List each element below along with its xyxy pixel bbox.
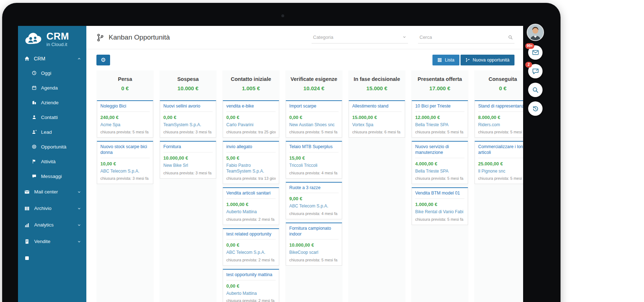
chat-icon (532, 68, 539, 74)
card-company: Riders.com (478, 122, 523, 128)
opportunity-card[interactable]: test related opportunity 0,00 € ABC Tele… (223, 228, 279, 266)
gear-icon: ⚙ (101, 57, 106, 63)
card-closing: chiusura prevista: 2 mesi fa (226, 258, 276, 262)
card-value: 0,00 € (226, 115, 276, 120)
opportunity-card[interactable]: Telaio MTB Superplus 15,00 € Triccoli Tr… (286, 141, 342, 178)
card-closing: chiusura prevista: 5 mesi fa (478, 176, 523, 180)
new-opportunity-button[interactable]: Nuova opportunità (461, 55, 514, 65)
mail-button[interactable]: 99+ (528, 45, 543, 60)
opportunity-card[interactable]: Vendita articoli sanitari 1.000,00 € Aub… (223, 187, 279, 225)
opportunity-card[interactable]: Fornitura campionato indoor 10.000,00 € … (286, 223, 342, 266)
sidebar-item-messaggi[interactable]: Messaggi (18, 169, 86, 184)
sidebar-section-crm[interactable]: CRM (18, 51, 86, 66)
opportunity-card[interactable]: Vendita BTM model 01 1.000,00 € Bike Ren… (412, 187, 468, 225)
sidebar-section-mail-center[interactable]: Mail center (18, 184, 86, 200)
column-total: 10.024 € (285, 85, 343, 91)
card-company: ABC Telecom S.p.A. (289, 203, 339, 209)
history-icon (532, 105, 539, 112)
card-company: Bike Rental di Vanio Fabi (415, 209, 464, 215)
sidebar-item-aziende[interactable]: Aziende (18, 95, 86, 110)
settings-button[interactable]: ⚙ (96, 55, 110, 65)
sidebar-item-oggi[interactable]: Oggi (18, 66, 86, 81)
card-closing: chiusura prevista: 6 mesi fa (352, 130, 402, 134)
messages-icon (32, 174, 37, 179)
card-closing: chiusura prevista: 5 mesi fa (100, 130, 150, 134)
sidebar-nav: CRM Oggi (18, 51, 86, 302)
column-cards: Allestimento stand 15.000,00 € Vortex Sp… (348, 100, 405, 138)
opportunity-card[interactable]: Nuovo servizio di manutenzione 4.000,00 … (412, 141, 468, 184)
opportunity-card[interactable]: invio allegato 5,00 € Fabio Pastro TeamS… (223, 141, 279, 184)
app-screen: CRM in Cloud.it CRM (18, 26, 523, 302)
list-view-button[interactable]: Lista (432, 55, 459, 65)
card-closing: chiusura prevista: tra 13 giorni (226, 176, 276, 180)
card-company: Auberto Mattina (226, 209, 276, 215)
chat-button[interactable]: 2 (528, 64, 543, 78)
app-logo[interactable]: CRM in Cloud.it (18, 26, 86, 51)
card-closing: chiusura prevista: 3 mesi fa (163, 171, 213, 175)
sidebar-item-lead[interactable]: Lead (18, 125, 86, 139)
opportunity-card[interactable]: Allestimento stand 15.000,00 € Vortex Sp… (349, 100, 405, 138)
opportunity-card[interactable]: vendita e-bike 0,00 € Carlo Pavarini chi… (223, 100, 279, 138)
user-avatar[interactable] (527, 24, 544, 41)
sidebar-section-vendite[interactable]: Vendite (18, 233, 86, 250)
opportunity-card[interactable]: Noleggio Bici 240,00 € Acme Spa chiusura… (97, 100, 153, 138)
card-company: New Austian Shoes snc (289, 122, 339, 128)
flag-icon (32, 159, 37, 164)
card-title: test related opportunity (226, 232, 276, 240)
search-input[interactable] (418, 35, 514, 40)
kanban-column: Sospesa 10.000 € Nuovi sellini avorio 0,… (159, 70, 217, 302)
sidebar-section-analytics[interactable]: Analytics (18, 217, 86, 233)
chevron-down-icon (77, 239, 81, 244)
opportunity-card[interactable]: Nuovo stock scarpe bici donna 10,00 € AB… (97, 141, 153, 184)
card-company: Vortex Spa (352, 122, 402, 128)
card-value: 0,00 € (226, 283, 276, 289)
opportunity-card[interactable]: Nuovi sellini avorio 0,00 € TeamSystem S… (160, 100, 216, 138)
card-closing: chiusura prevista: 5 mesi fa (289, 130, 339, 134)
sidebar-item-opportunita[interactable]: Opportunità (18, 139, 86, 154)
chat-badge: 2 (525, 62, 532, 68)
opportunity-card[interactable]: Stand di rappresentanza 8.000,00 € Rider… (475, 100, 523, 138)
opportunity-card[interactable]: Import scarpe 0,00 € New Austian Shoes s… (286, 100, 342, 138)
card-title: vendita e-bike (226, 104, 276, 112)
sidebar-item-label: Opportunità (41, 144, 67, 150)
card-company: Acme Spa (100, 122, 150, 128)
card-value: 8.000,00 € (478, 115, 523, 120)
column-total: 1.005 € (222, 85, 280, 91)
sidebar-section-archivio[interactable]: Archivio (18, 200, 86, 217)
sidebar-item-label: Contatti (41, 115, 58, 120)
column-title: Contatto iniziale (222, 70, 280, 82)
sidebar-item-attivita[interactable]: Attività (18, 154, 86, 169)
card-title: Vendita articoli sanitari (226, 191, 276, 199)
card-closing: chiusura prevista: 5 mesi fa (415, 130, 464, 134)
card-value: 240,00 € (100, 115, 150, 120)
card-company: Bella Trieste SPA (415, 169, 464, 174)
opportunity-card[interactable]: Commercializzare i lon articoli 25.000,0… (475, 141, 523, 184)
sidebar-item-label: Mail center (34, 189, 58, 195)
card-closing: chiusura prevista: 5 mesi fa (415, 217, 464, 221)
column-cards: Nuovi sellini avorio 0,00 € TeamSystem S… (159, 100, 217, 179)
kanban-column: Persa 0 € Noleggio Bici 240,00 € Acme Sp… (96, 70, 154, 302)
category-select[interactable] (312, 35, 408, 40)
board-toolbar: ⚙ Lista Nuova opp (86, 49, 523, 69)
sales-doc-icon (24, 239, 30, 244)
opportunity-card[interactable]: test opportunity mattina 0,00 € Auberto … (223, 269, 279, 302)
lead-icon (32, 129, 37, 134)
card-value: 25.000,00 € (478, 161, 523, 166)
card-value: 1.000,00 € (415, 202, 464, 207)
new-opportunity-label: Nuova opportunità (473, 58, 509, 63)
card-value: 15,00 € (289, 155, 339, 161)
history-button[interactable] (528, 101, 543, 116)
opportunity-card[interactable]: 10 Bici per Trieste 12.000,00 € Bella Tr… (412, 100, 468, 138)
sidebar-item-partial[interactable] (18, 250, 86, 266)
sidebar-item-contatti[interactable]: Contatti (18, 110, 86, 125)
chevron-down-icon[interactable] (402, 35, 407, 39)
grid-icon (437, 58, 442, 62)
opportunity-card[interactable]: Fornitura 10.000,00 € New Bike Srl chius… (160, 141, 216, 178)
sidebar-item-agenda[interactable]: Agenda (18, 81, 86, 95)
search-button[interactable] (528, 83, 543, 97)
card-value: 0,00 € (289, 115, 339, 120)
card-title: 10 Bici per Trieste (415, 104, 464, 112)
opportunity-card[interactable]: Ruote a 3 razze 9,00 € ABC Telecom S.p.A… (286, 182, 342, 219)
search-icon[interactable] (508, 35, 513, 40)
archive-icon (24, 206, 30, 211)
